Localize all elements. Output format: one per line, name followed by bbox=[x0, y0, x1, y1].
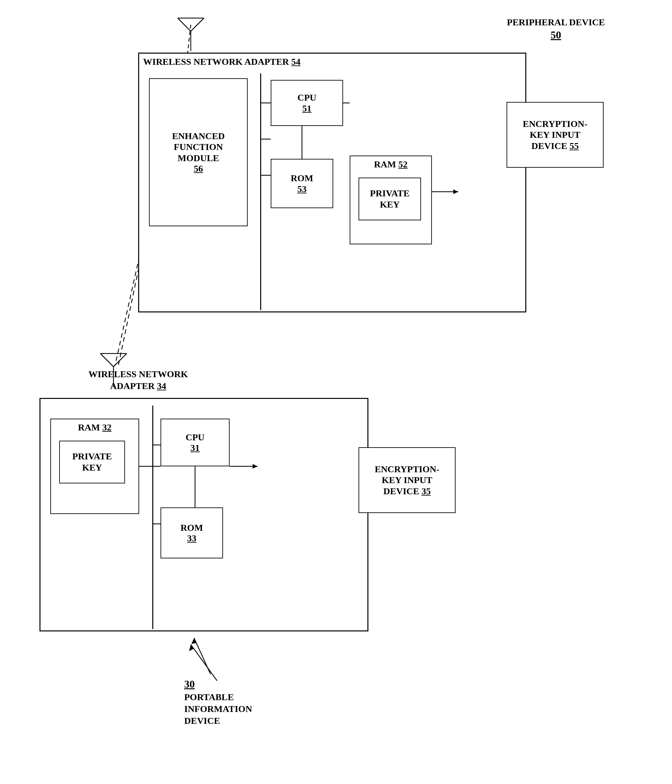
bottom-encryption-label: ENCRYPTION-KEY INPUTDEVICE 35 bbox=[375, 464, 439, 497]
top-efm-label: ENHANCEDFUNCTIONMODULE bbox=[172, 131, 225, 164]
top-ram-num: 52 bbox=[398, 159, 408, 170]
bottom-encryption-box: ENCRYPTION-KEY INPUTDEVICE 35 bbox=[359, 447, 456, 513]
top-efm-num: 56 bbox=[194, 163, 203, 174]
portable-device-label: 30 PORTABLEINFORMATIONDEVICE bbox=[184, 677, 316, 727]
bottom-ram-box: RAM 32 PRIVATEKEY bbox=[50, 418, 139, 514]
top-inner-divider bbox=[260, 73, 261, 310]
top-private-key-label: PRIVATEKEY bbox=[370, 188, 409, 210]
bottom-cpu-box: CPU 31 bbox=[160, 418, 230, 466]
svg-marker-36 bbox=[453, 190, 458, 194]
top-encryption-box: ENCRYPTION-KEY INPUTDEVICE 55 bbox=[507, 102, 604, 168]
svg-line-21 bbox=[177, 18, 191, 31]
bottom-private-key-box: PRIVATEKEY bbox=[59, 441, 125, 484]
diagram: PERIPHERAL DEVICE 50 WIRELESS NETWORK AD… bbox=[0, 0, 672, 784]
top-cpu-label: CPU bbox=[297, 92, 316, 103]
bottom-rom-num: 33 bbox=[187, 533, 196, 544]
svg-marker-19 bbox=[191, 638, 197, 644]
bottom-ram-num: 32 bbox=[102, 422, 112, 432]
top-rom-box: ROM 53 bbox=[271, 159, 333, 208]
bottom-outer-box: RAM 32 PRIVATEKEY CPU 31 ROM 33 bbox=[39, 398, 369, 632]
top-ram-label: RAM bbox=[374, 159, 398, 170]
bottom-rom-label: ROM bbox=[180, 522, 203, 534]
svg-line-26 bbox=[114, 353, 127, 367]
top-outer-box: WIRELESS NETWORK ADAPTER 54 ENHANCEDFUNC… bbox=[138, 53, 526, 313]
top-encryption-label: ENCRYPTION-KEY INPUTDEVICE 55 bbox=[523, 118, 588, 152]
top-antenna bbox=[174, 11, 207, 54]
top-cpu-box: CPU 51 bbox=[271, 80, 343, 126]
peripheral-device-label: PERIPHERAL DEVICE 50 bbox=[490, 16, 622, 42]
svg-marker-44 bbox=[189, 644, 194, 651]
top-efm-box: ENHANCEDFUNCTIONMODULE 56 bbox=[149, 78, 248, 226]
bottom-rom-box: ROM 33 bbox=[160, 507, 223, 558]
bottom-cpu-num: 31 bbox=[190, 443, 200, 453]
top-cpu-num: 51 bbox=[302, 103, 311, 114]
svg-line-22 bbox=[191, 18, 204, 31]
svg-line-18 bbox=[194, 638, 210, 674]
top-rom-num: 53 bbox=[297, 184, 306, 194]
bottom-wireless-label: WIRELESS NETWORKADAPTER 34 bbox=[39, 368, 237, 392]
top-rom-label: ROM bbox=[291, 173, 313, 184]
top-private-key-box: PRIVATEKEY bbox=[359, 177, 421, 220]
top-ram-box: RAM 52 PRIVATEKEY bbox=[350, 156, 432, 244]
bottom-inner-divider bbox=[152, 406, 153, 629]
bottom-cpu-label: CPU bbox=[185, 432, 205, 443]
svg-line-43 bbox=[191, 644, 217, 681]
bottom-private-key-label: PRIVATEKEY bbox=[72, 451, 112, 473]
svg-marker-42 bbox=[253, 464, 258, 469]
top-wireless-label: WIRELESS NETWORK ADAPTER 54 bbox=[143, 56, 300, 67]
svg-line-25 bbox=[100, 353, 114, 367]
bottom-ram-label: RAM bbox=[78, 422, 102, 432]
